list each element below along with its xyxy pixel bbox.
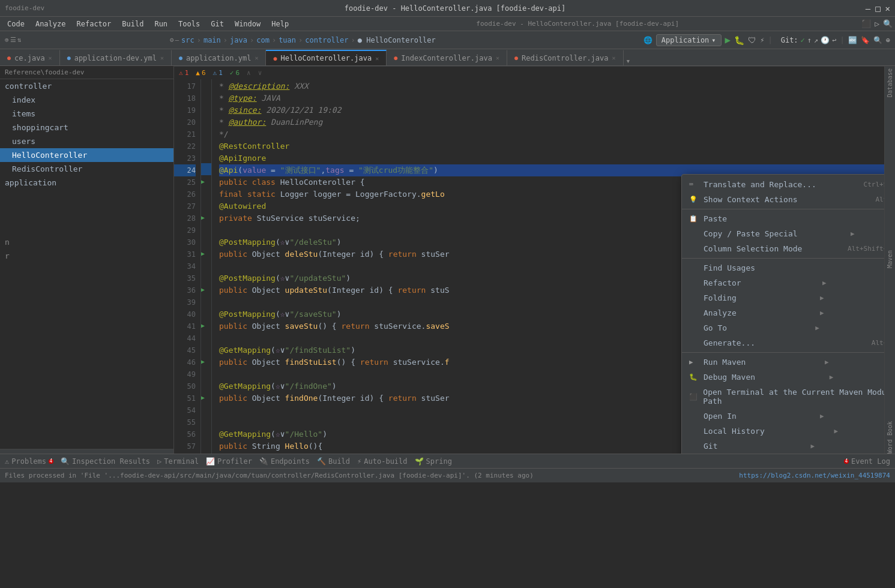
breadcrumb-main[interactable]: main (203, 36, 221, 44)
breadcrumb-controller[interactable]: controller (305, 36, 348, 44)
toolbar-translate-icon[interactable]: 🌐 (643, 36, 652, 44)
tab-hello-close[interactable]: ✕ (375, 55, 379, 62)
profiler-button[interactable]: ⚡ (760, 36, 764, 44)
ctx-goto-arrow: ▶ (815, 324, 819, 332)
menu-analyze[interactable]: Analyze (31, 19, 71, 29)
bottom-tab-inspection[interactable]: 🔍 Inspection Results (61, 457, 150, 466)
tab-ce-java-close[interactable]: ✕ (49, 55, 52, 61)
search2-icon[interactable]: 🔍 (873, 36, 882, 44)
problems-count: 4 (49, 459, 53, 464)
translate2-icon[interactable]: 🔤 (848, 36, 857, 44)
menu-refactor[interactable]: Refactor (71, 19, 116, 29)
git-check-icon[interactable]: ✓ (801, 36, 805, 44)
sidebar-minus-icon[interactable]: — (175, 36, 179, 44)
bottom-tab-endpoints[interactable]: 🔌 Endpoints (259, 457, 310, 466)
breadcrumb-src[interactable]: src (181, 36, 194, 44)
ctx-debug-maven-label: Debug Maven (704, 373, 755, 382)
ctx-copy-paste-special[interactable]: Copy / Paste Special ▶ (682, 226, 884, 241)
ctx-run-maven[interactable]: ▶ Run Maven ▶ (682, 355, 884, 370)
tab-ce-java[interactable]: ● ce.java ✕ (0, 50, 60, 65)
nav-forward-btn[interactable]: ▷ (875, 19, 879, 28)
status-right-url[interactable]: https://blog2.csdn.net/weixin_44519874 (739, 472, 890, 479)
breadcrumb-tuan[interactable]: tuan (279, 36, 296, 44)
menu-tools[interactable]: Tools (173, 19, 205, 29)
sidebar-nav-icon3[interactable]: ⇅ (17, 36, 22, 44)
search-icon[interactable]: 🔍 (883, 19, 893, 28)
close-btn[interactable]: ✕ (885, 4, 890, 13)
tab-appyml-close[interactable]: ✕ (255, 55, 258, 61)
tab-index-close[interactable]: ✕ (496, 55, 499, 61)
ctx-generate[interactable]: Generate... Alt+Insert (682, 335, 884, 350)
menu-git[interactable]: Git (206, 19, 229, 29)
tab-hello-conteroller[interactable]: ● HelloConteroller.java ✕ (266, 50, 387, 65)
git-history-icon[interactable]: 🕐 (821, 36, 830, 44)
ctx-local-history-arrow: ▶ (834, 427, 839, 435)
sidebar-settings-icon[interactable]: ⚙ (170, 36, 174, 44)
menu-window[interactable]: Window (230, 19, 265, 29)
ctx-refactor[interactable]: Refactor ▶ (682, 275, 884, 290)
ctx-analyze[interactable]: Analyze ▶ (682, 305, 884, 320)
breadcrumb-java[interactable]: java (230, 36, 247, 44)
sidebar-item-r[interactable]: r (0, 249, 173, 263)
ctx-folding[interactable]: Folding ▶ (682, 290, 884, 305)
bottom-tab-build[interactable]: 🔨 Build (317, 457, 350, 466)
tab-overflow-btn[interactable]: ▾ (626, 56, 631, 65)
sidebar-item-hello[interactable]: HelloConteroller (0, 148, 173, 162)
ctx-debug-maven[interactable]: 🐛 Debug Maven ▶ (682, 370, 884, 385)
menu-help[interactable]: Help (267, 19, 294, 29)
ctx-git[interactable]: Git ▶ (682, 439, 884, 454)
ctx-open-in[interactable]: Open In ▶ (682, 409, 884, 424)
ctx-context-actions[interactable]: 💡 Show Context Actions Alt+Enter (682, 192, 884, 207)
sidebar-item-redis[interactable]: RedisController (0, 162, 173, 176)
nav-back-btn[interactable]: ⬛ (861, 19, 871, 28)
tab-appdev-close[interactable]: ✕ (160, 55, 164, 61)
app-config-dropdown[interactable]: Application ▾ (656, 34, 722, 46)
minimize-btn[interactable]: — (866, 4, 870, 13)
tab-index-conteroller[interactable]: ● IndexConteroller.java ✕ (387, 50, 507, 65)
sidebar-item-index[interactable]: index (0, 93, 173, 107)
code-line-18: * @type: JAVA (219, 92, 884, 104)
bottom-tab-spring[interactable]: 🌱 Spring (415, 457, 452, 466)
ctx-translate[interactable]: ⌨ Translate and Replace... Ctrl+Shift+X (682, 177, 884, 192)
ctx-paste[interactable]: 📋 Paste Ctrl+V (682, 211, 884, 226)
sidebar-item-application[interactable]: application (0, 176, 173, 190)
sidebar-item-n[interactable]: n (0, 190, 173, 249)
sidebar-nav-icon1[interactable]: ⊕ (5, 36, 9, 44)
ctx-find-usages[interactable]: Find Usages Alt+F7 (682, 260, 884, 275)
sidebar-item-controller[interactable]: controller (0, 79, 173, 93)
ctx-column-selection[interactable]: Column Selection Mode Alt+Shift+Insert (682, 241, 884, 256)
git-undo-icon[interactable]: ↩ (832, 36, 836, 44)
maximize-btn[interactable]: □ (875, 4, 880, 13)
tab-application-dev-yml[interactable]: ● application-dev.yml ✕ (60, 50, 172, 65)
git-arrow-icon[interactable]: ↗ (814, 36, 818, 44)
bottom-tab-auto-build[interactable]: ⚡ Auto-build (357, 457, 407, 466)
bottom-tab-terminal[interactable]: ▷ Terminal (157, 457, 199, 466)
run-button[interactable]: ▶ (725, 34, 731, 46)
tab-index-label: IndexConteroller.java (401, 54, 492, 62)
bottom-tab-problems[interactable]: ⚠ Problems 4 (5, 457, 53, 466)
menu-code[interactable]: Code (2, 19, 29, 29)
bottom-tab-event-log[interactable]: 4 Event Log (844, 457, 890, 466)
ctx-go-to[interactable]: Go To ▶ (682, 320, 884, 335)
tab-application-yml[interactable]: ● application.yml ✕ (172, 50, 266, 65)
title-bar-controls[interactable]: — □ ✕ (866, 4, 890, 13)
ctx-local-history[interactable]: Local History ▶ (682, 424, 884, 439)
git-push-icon[interactable]: ↑ (807, 36, 812, 44)
endpoints-label: Endpoints (271, 457, 310, 466)
sidebar-nav-icon2[interactable]: ☰ (10, 36, 16, 44)
sidebar-item-users[interactable]: users (0, 134, 173, 148)
breadcrumb-class[interactable]: ● HelloConteroller (358, 36, 436, 44)
global-search-icon[interactable]: ⊕ (886, 36, 890, 44)
bookmark-icon[interactable]: 🔖 (861, 36, 870, 44)
breadcrumb-com[interactable]: com (256, 36, 270, 44)
bottom-tab-profiler[interactable]: 📈 Profiler (206, 457, 252, 466)
menu-build[interactable]: Build (117, 19, 148, 29)
ctx-open-terminal[interactable]: ⬛ Open Terminal at the Current Maven Mod… (682, 385, 884, 409)
debug-button[interactable]: 🐛 (734, 35, 744, 45)
coverage-button[interactable]: 🛡 (748, 35, 756, 45)
sidebar-item-items[interactable]: items (0, 107, 173, 121)
tab-redis-close[interactable]: ✕ (612, 55, 616, 61)
tab-redis-controller[interactable]: ● RedisController.java ✕ (507, 50, 624, 65)
menu-run[interactable]: Run (149, 19, 172, 29)
sidebar-item-shoppingcart[interactable]: shoppingcart (0, 121, 173, 134)
